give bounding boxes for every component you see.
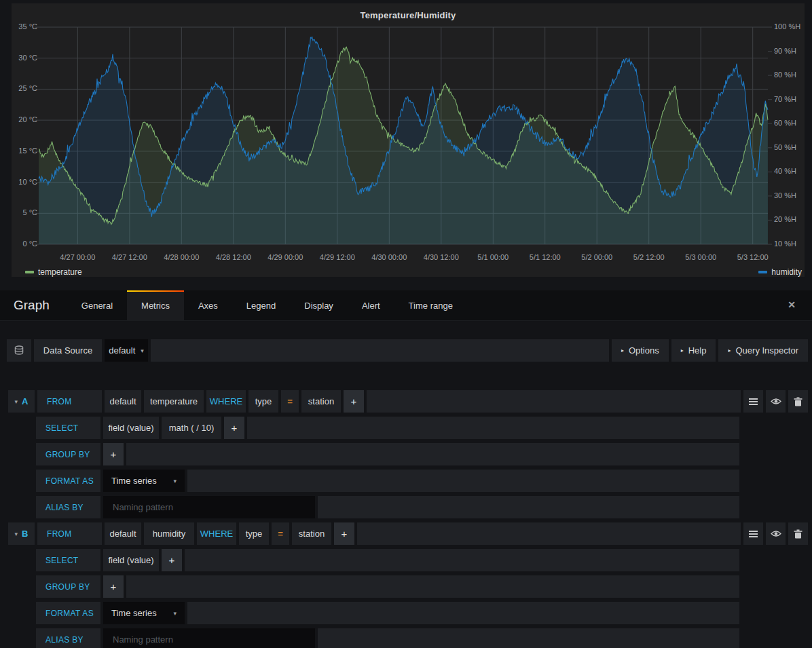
y-axis-left-label: 35 °C [13, 22, 37, 31]
alias-by-label: ALIAS BY [36, 628, 100, 648]
add-where-condition-button[interactable]: + [334, 522, 354, 545]
from-label: FROM [37, 390, 102, 413]
query-b-toggle-visibility-button[interactable] [766, 522, 786, 545]
groupby-label: GROUP BY [36, 575, 100, 598]
datasource-row: Data Source default ▾ ▸ Options ▸ Help ▸… [7, 339, 808, 362]
query-a-alias-row: ALIAS BY [7, 496, 808, 518]
query-b-collapse[interactable]: ▾ B [8, 522, 35, 545]
select-label: SELECT [36, 549, 100, 571]
query-b-from-row: ▾ B FROM default humidity WHERE type = s… [8, 522, 808, 545]
add-select-part-button[interactable]: + [162, 549, 182, 571]
datasource-select[interactable]: default ▾ [105, 339, 148, 362]
legend: temperature humidity [25, 267, 802, 277]
help-button[interactable]: ▸ Help [671, 339, 716, 362]
x-axis-label: 5/2 00:00 [581, 253, 612, 261]
select-field-segment[interactable]: field (value) [103, 549, 159, 571]
where-operator-segment[interactable]: = [272, 522, 289, 545]
select-math-segment[interactable]: math ( / 10) [162, 417, 221, 439]
y-axis-left-label: 15 °C [13, 147, 37, 155]
panel-title: Temperature/Humidity [12, 10, 805, 20]
y-axis-left-label: 5 °C [13, 208, 37, 216]
from-measurement-segment[interactable]: temperature [144, 390, 204, 413]
query-a-delete-button[interactable] [788, 390, 808, 413]
panel-editor: Graph General Metrics Axes Legend Displa… [0, 290, 812, 648]
humidity-series-swatch [758, 271, 767, 273]
tab-time-range[interactable]: Time range [394, 290, 467, 320]
from-row-filler [357, 522, 741, 545]
temperature-series-swatch [25, 271, 34, 273]
tab-axes[interactable]: Axes [184, 290, 232, 320]
add-select-part-button[interactable]: + [224, 417, 244, 439]
query-a-select-row: SELECT field (value) math ( / 10) + [7, 417, 808, 439]
where-tag-value-segment[interactable]: station [292, 522, 331, 545]
menu-icon [749, 531, 758, 537]
graph-panel: Temperature/Humidity 0 °C5 °C10 °C15 °C2… [12, 3, 805, 277]
select-row-filler [247, 417, 739, 439]
x-axis-label: 4/30 12:00 [424, 253, 459, 261]
menu-icon [749, 398, 758, 405]
add-groupby-button[interactable]: + [103, 443, 124, 465]
add-groupby-button[interactable]: + [103, 575, 124, 598]
collapse-caret-icon: ▾ [15, 531, 18, 537]
query-a-collapse[interactable]: ▾ A [8, 390, 35, 413]
close-editor-icon[interactable]: ✕ [788, 299, 796, 310]
query-b-delete-button[interactable] [788, 522, 808, 545]
format-as-select[interactable]: Time series ▾ [103, 470, 185, 492]
tab-display[interactable]: Display [290, 290, 348, 320]
trash-icon [794, 529, 802, 539]
editor-tabbar: Graph General Metrics Axes Legend Displa… [0, 290, 812, 321]
from-label: FROM [37, 522, 102, 545]
legend-item-humidity[interactable]: humidity [758, 267, 802, 277]
x-axis-label: 5/1 12:00 [530, 253, 561, 261]
y-axis-right-label: 20 %H [774, 215, 796, 223]
graph-canvas[interactable] [39, 27, 768, 244]
y-axis-right-label: 60 %H [774, 119, 796, 127]
query-b-format-row: FORMAT AS Time series ▾ [7, 602, 808, 624]
where-operator-segment[interactable]: = [281, 390, 299, 413]
query-a-groupby-row: GROUP BY + [7, 443, 808, 465]
query-letter: A [22, 396, 28, 406]
query-b-alias-row: ALIAS BY [7, 628, 808, 648]
legend-label: temperature [38, 267, 82, 277]
from-measurement-segment[interactable]: humidity [144, 522, 194, 545]
where-tag-key-segment[interactable]: type [248, 390, 278, 413]
x-axis-label: 4/28 00:00 [164, 253, 199, 261]
legend-item-temperature[interactable]: temperature [25, 267, 82, 277]
query-b-menu-button[interactable] [743, 522, 763, 545]
x-axis-label: 4/27 12:00 [112, 253, 147, 261]
tab-legend[interactable]: Legend [232, 290, 290, 320]
where-tag-key-segment[interactable]: type [239, 522, 269, 545]
format-as-select[interactable]: Time series ▾ [103, 602, 185, 624]
query-a-format-row: FORMAT AS Time series ▾ [7, 470, 808, 492]
from-row-filler [367, 390, 741, 413]
query-a-toggle-visibility-button[interactable] [766, 390, 786, 413]
query-inspector-button[interactable]: ▸ Query Inspector [718, 339, 808, 362]
y-axis-left-label: 25 °C [13, 84, 37, 92]
where-keyword: WHERE [197, 522, 236, 545]
eye-icon [771, 530, 781, 537]
help-label: Help [688, 345, 707, 356]
add-where-condition-button[interactable]: + [344, 390, 364, 413]
y-axis-right-label: 80 %H [774, 71, 796, 79]
collapse-caret-icon: ▾ [15, 398, 18, 405]
where-tag-value-segment[interactable]: station [301, 390, 341, 413]
indent-spacer [7, 470, 33, 492]
y-axis-left-label: 30 °C [13, 54, 37, 62]
tab-general[interactable]: General [67, 290, 127, 320]
alias-by-input[interactable] [103, 496, 315, 518]
from-datasource-segment[interactable]: default [105, 522, 141, 545]
chevron-down-icon: ▾ [173, 478, 177, 484]
query-a-menu-button[interactable] [743, 390, 763, 413]
tab-alert[interactable]: Alert [348, 290, 394, 320]
select-field-segment[interactable]: field (value) [103, 417, 159, 439]
y-axis-left-label: 10 °C [13, 178, 37, 186]
x-axis-label: 4/29 12:00 [320, 253, 355, 261]
options-button[interactable]: ▸ Options [612, 339, 669, 362]
chevron-down-icon: ▾ [173, 610, 177, 617]
panel-type-title: Graph [14, 298, 50, 313]
tab-metrics[interactable]: Metrics [127, 290, 184, 320]
select-row-filler [185, 549, 739, 571]
alias-by-input[interactable] [103, 628, 315, 648]
y-axis-right-label: 100 %H [774, 22, 800, 31]
from-datasource-segment[interactable]: default [105, 390, 141, 413]
